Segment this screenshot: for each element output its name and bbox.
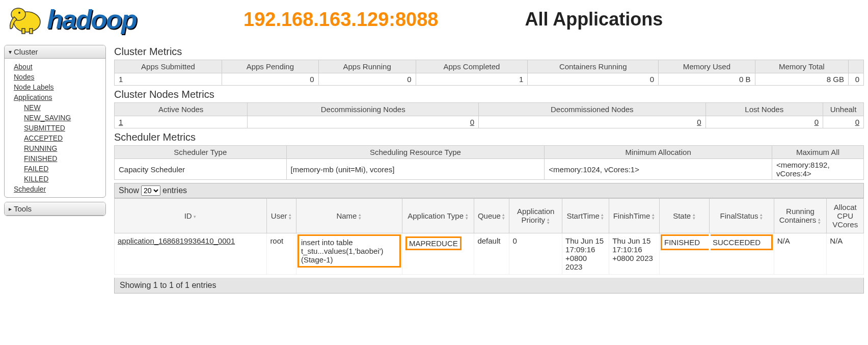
col-id[interactable]: ID▾ — [115, 199, 267, 233]
svg-rect-4 — [30, 29, 33, 34]
cell-resource-type: [memory-mb (unit=Mi), vcores] — [286, 159, 545, 180]
col-priority[interactable]: Application Priority▴▾ — [509, 199, 562, 233]
col-user[interactable]: User▴▾ — [267, 199, 296, 233]
col-decommissioning: Decommissioning Nodes — [248, 103, 479, 116]
sidebar-link-nodes[interactable]: Nodes — [14, 72, 105, 82]
cell-priority: 0 — [509, 233, 562, 275]
svg-rect-3 — [22, 29, 25, 34]
col-name[interactable]: Name▴▾ — [296, 199, 402, 233]
sort-icon: ▴▾ — [601, 213, 605, 220]
col-lost-nodes: Lost Nodes — [706, 103, 823, 116]
table-row: Capacity Scheduler [memory-mb (unit=Mi),… — [115, 159, 864, 180]
cluster-nodes-heading: Cluster Nodes Metrics — [114, 89, 864, 100]
sort-icon: ▴▾ — [692, 213, 696, 220]
sidebar-cluster-label: Cluster — [14, 47, 38, 56]
sidebar-cluster-header[interactable]: Cluster — [5, 45, 105, 59]
applications-table: ID▾ User▴▾ Name▴▾ Application Type▴▾ Que… — [114, 198, 864, 275]
header: hadoop 192.168.163.129:8088 All Applicat… — [4, 4, 864, 35]
cell-apps-submitted: 1 — [115, 73, 222, 86]
cluster-metrics-heading: Cluster Metrics — [114, 46, 864, 58]
col-memory-used: Memory Used — [659, 60, 755, 73]
cell-cpu: N/A — [827, 233, 864, 275]
table-row: 1 0 0 1 0 0 B 8 GB 0 — [115, 73, 864, 86]
col-final-status[interactable]: FinalStatus▴▾ — [710, 199, 774, 233]
col-extra — [849, 60, 864, 73]
sidebar-link-scheduler[interactable]: Scheduler — [14, 184, 105, 194]
col-queue[interactable]: Queue▴▾ — [474, 199, 509, 233]
col-apps-completed: Apps Completed — [416, 60, 528, 73]
cell-max-alloc: <memory:8192, vCores:4> — [772, 159, 864, 180]
sidebar-link-applications[interactable]: Applications — [14, 92, 105, 102]
cell-apps-completed: 1 — [416, 73, 528, 86]
col-decommissioned: Decommissioned Nodes — [479, 103, 706, 116]
cell-start: Thu Jun 15 17:09:16 +0800 2023 — [562, 233, 609, 275]
sort-icon: ▴▾ — [465, 213, 469, 220]
cell-apps-pending: 0 — [222, 73, 319, 86]
col-apps-submitted: Apps Submitted — [115, 60, 222, 73]
sidebar-tools-panel: Tools — [4, 202, 106, 216]
main-content: Cluster Metrics Apps Submitted Apps Pend… — [114, 45, 864, 294]
entries-select[interactable]: 20 — [141, 185, 160, 196]
cell-running-containers: N/A — [774, 233, 827, 275]
col-min-alloc: Minimum Allocation — [545, 146, 772, 159]
col-containers-running: Containers Running — [528, 60, 659, 73]
cell-active-nodes: 1 — [115, 116, 248, 128]
col-running-containers[interactable]: Running Containers▴▾ — [774, 199, 827, 233]
sidebar-link-running[interactable]: RUNNING — [24, 143, 105, 153]
col-start[interactable]: StartTime▴▾ — [562, 199, 609, 233]
cell-scheduler-type: Capacity Scheduler — [115, 159, 287, 180]
sort-icon: ▴▾ — [502, 213, 506, 220]
app-id-link[interactable]: application_1686819936410_0001 — [118, 236, 235, 245]
col-cpu[interactable]: Allocat CPU VCores — [827, 199, 864, 233]
sort-icon: ▴▾ — [358, 213, 362, 220]
entries-label: entries — [162, 186, 187, 195]
sidebar-tools-label: Tools — [14, 204, 32, 213]
scheduler-metrics-table: Scheduler Type Scheduling Resource Type … — [114, 145, 864, 180]
col-apps-pending: Apps Pending — [222, 60, 319, 73]
hadoop-wordmark: hadoop — [47, 4, 137, 35]
col-memory-total: Memory Total — [755, 60, 848, 73]
col-apps-running: Apps Running — [318, 60, 416, 73]
sidebar-link-submitted[interactable]: SUBMITTED — [24, 123, 105, 133]
sort-icon: ▾ — [193, 215, 197, 219]
sidebar-link-about[interactable]: About — [14, 62, 105, 72]
cell-lost-nodes: 0 — [706, 116, 823, 128]
col-unhealthy: Unhealt — [823, 103, 864, 116]
cell-containers-running: 0 — [528, 73, 659, 86]
cell-id: application_1686819936410_0001 — [115, 233, 267, 275]
sidebar-tools-header[interactable]: Tools — [5, 202, 105, 216]
sidebar-link-failed[interactable]: FAILED — [24, 164, 105, 174]
cell-extra: 0 — [849, 73, 864, 86]
sidebar-link-finished[interactable]: FINISHED — [24, 153, 105, 164]
sort-icon: ▴▾ — [288, 213, 292, 220]
col-finish[interactable]: FinishTime▴▾ — [609, 199, 660, 233]
cell-unhealthy: 0 — [823, 116, 864, 128]
svg-point-2 — [18, 12, 20, 14]
server-address: 192.168.163.129:8088 — [243, 9, 438, 31]
sort-icon: ▴▾ — [760, 213, 764, 220]
cell-final-status: SUCCEEDED — [710, 233, 774, 275]
logo[interactable]: hadoop — [4, 4, 198, 35]
col-active-nodes: Active Nodes — [115, 103, 248, 116]
sidebar-link-new-saving[interactable]: NEW_SAVING — [24, 113, 105, 123]
col-app-type[interactable]: Application Type▴▾ — [402, 199, 474, 233]
col-scheduler-type: Scheduler Type — [115, 146, 287, 159]
table-length-control: Show 20 entries — [114, 183, 864, 198]
cluster-metrics-table: Apps Submitted Apps Pending Apps Running… — [114, 60, 864, 86]
sidebar-link-killed[interactable]: KILLED — [24, 174, 105, 184]
sidebar-link-accepted[interactable]: ACCEPTED — [24, 133, 105, 143]
table-info: Showing 1 to 1 of 1 entries — [114, 278, 864, 294]
cell-state: FINISHED — [659, 233, 709, 275]
col-state[interactable]: State▴▾ — [659, 199, 709, 233]
cell-min-alloc: <memory:1024, vCores:1> — [545, 159, 772, 180]
sort-icon: ▴▾ — [817, 218, 821, 225]
sidebar-link-new[interactable]: NEW — [24, 102, 105, 113]
cell-memory-used: 0 B — [659, 73, 755, 86]
show-label: Show — [119, 186, 139, 195]
col-resource-type: Scheduling Resource Type — [286, 146, 545, 159]
cell-finish: Thu Jun 15 17:10:16 +0800 2023 — [609, 233, 660, 275]
col-max-alloc: Maximum All — [772, 146, 864, 159]
sidebar-link-node-labels[interactable]: Node Labels — [14, 82, 105, 92]
cell-decommissioned: 0 — [479, 116, 706, 128]
cell-user: root — [267, 233, 296, 275]
